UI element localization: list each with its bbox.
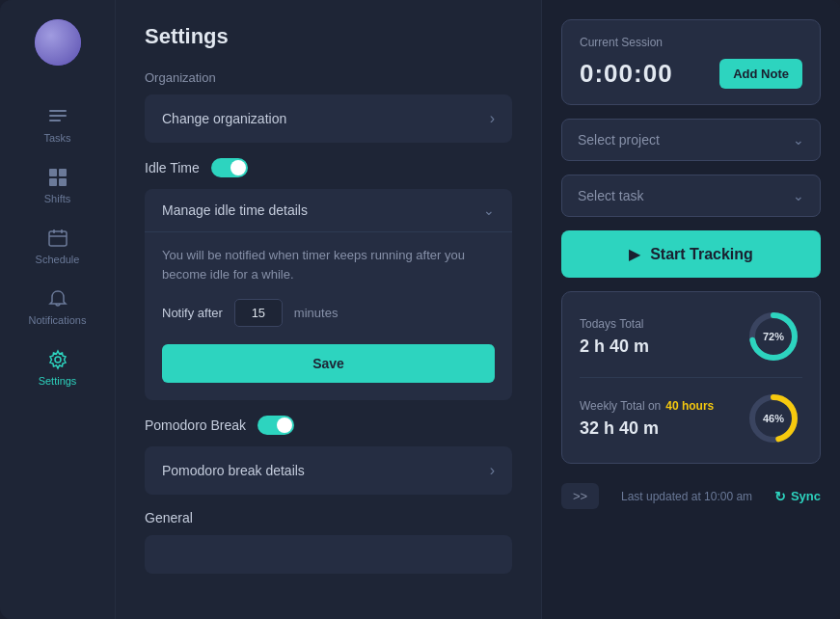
- sidebar: Tasks Shifts S: [0, 0, 116, 619]
- idle-time-header: Idle Time: [145, 158, 512, 177]
- select-task-text: Select task: [578, 188, 643, 203]
- pomodoro-details-button[interactable]: Pomodoro break details ›: [145, 446, 512, 495]
- notifications-label: Notifications: [29, 314, 87, 326]
- start-tracking-button[interactable]: ▶ Start Tracking: [561, 230, 821, 278]
- svg-rect-1: [49, 115, 67, 117]
- pomodoro-toggle[interactable]: [257, 416, 294, 435]
- tasks-icon: [47, 106, 68, 127]
- right-panel: Current Session 0:00:00 Add Note Select …: [541, 0, 840, 619]
- general-card: [145, 535, 512, 574]
- weekly-total-info: Weekly Total on 40 hours 32 h 40 m: [580, 399, 714, 439]
- idle-time-section: Idle Time Manage idle time details ⌄ You…: [145, 158, 512, 400]
- last-updated-text: Last updated at 10:00 am: [621, 490, 752, 503]
- idle-details-header[interactable]: Manage idle time details ⌄: [145, 189, 512, 231]
- save-button[interactable]: Save: [162, 344, 495, 383]
- select-project-dropdown[interactable]: Select project ⌄: [561, 119, 821, 161]
- svg-rect-3: [49, 169, 57, 176]
- notify-after-label: Notify after: [162, 306, 223, 320]
- start-tracking-label: Start Tracking: [650, 246, 753, 263]
- sidebar-item-tasks[interactable]: Tasks: [0, 94, 115, 155]
- pomodoro-section: Pomodoro Break Pomodoro break details ›: [145, 416, 512, 495]
- idle-details-label: Manage idle time details: [162, 202, 308, 218]
- svg-rect-4: [59, 169, 67, 176]
- sync-button[interactable]: ↻ Sync: [774, 489, 821, 504]
- task-chevron-icon: ⌄: [793, 188, 804, 203]
- chevron-down-icon: ⌄: [483, 202, 495, 218]
- schedule-icon: [47, 228, 68, 249]
- chevron-right-icon: ›: [490, 110, 495, 127]
- notifications-icon: [47, 288, 68, 310]
- pomodoro-label: Pomodoro Break: [145, 417, 246, 433]
- settings-label: Settings: [39, 375, 77, 387]
- idle-details-body: You will be notified when timer keeps ru…: [145, 231, 512, 400]
- weekly-percent-label: 46%: [763, 413, 784, 424]
- sidebar-item-notifications[interactable]: Notifications: [0, 277, 115, 337]
- add-note-button[interactable]: Add Note: [719, 59, 802, 89]
- weekly-total-label: Weekly Total on: [580, 399, 661, 413]
- svg-rect-5: [49, 178, 57, 186]
- stats-divider: [580, 377, 802, 378]
- idle-time-label: Idle Time: [145, 160, 200, 175]
- idle-details-card: Manage idle time details ⌄ You will be n…: [145, 189, 512, 400]
- svg-rect-2: [49, 120, 61, 121]
- session-card: Current Session 0:00:00 Add Note: [561, 19, 821, 105]
- session-label: Current Session: [580, 36, 802, 49]
- page-title: Settings: [145, 24, 512, 49]
- toggle-knob: [230, 160, 246, 175]
- todays-donut-chart: 72%: [745, 308, 802, 365]
- notify-row: Notify after minutes: [162, 299, 495, 327]
- tasks-label: Tasks: [43, 132, 70, 144]
- todays-total-value: 2 h 40 m: [580, 336, 649, 357]
- sync-label: Sync: [791, 489, 821, 503]
- select-task-dropdown[interactable]: Select task ⌄: [561, 175, 821, 217]
- change-organization-button[interactable]: Change organization ›: [145, 94, 512, 143]
- weekly-total-value: 32 h 40 m: [580, 418, 714, 439]
- general-label: General: [145, 510, 512, 525]
- weekly-hours-badge: 40 hours: [665, 399, 714, 413]
- change-org-text: Change organization: [162, 111, 286, 126]
- svg-rect-6: [59, 178, 67, 186]
- main-content: Settings Organization Change organizatio…: [116, 0, 840, 619]
- todays-percent-label: 72%: [763, 331, 784, 342]
- session-time: 0:00:00: [580, 59, 673, 89]
- idle-time-toggle[interactable]: [211, 158, 248, 177]
- svg-rect-0: [49, 110, 67, 112]
- avatar[interactable]: [35, 19, 81, 66]
- play-icon: ▶: [629, 245, 640, 263]
- stats-card: Todays Total 2 h 40 m 72%: [561, 291, 821, 464]
- settings-panel: Settings Organization Change organizatio…: [116, 0, 541, 619]
- weekly-donut-chart: 46%: [745, 390, 802, 447]
- shifts-icon: [47, 167, 68, 188]
- notify-minutes-label: minutes: [294, 306, 339, 320]
- svg-rect-8: [53, 229, 55, 233]
- sync-icon: ↻: [774, 489, 786, 504]
- sidebar-item-shifts[interactable]: Shifts: [0, 155, 115, 216]
- sidebar-item-schedule[interactable]: Schedule: [0, 216, 115, 277]
- shifts-label: Shifts: [44, 193, 71, 204]
- weekly-label-row: Weekly Total on 40 hours: [580, 399, 714, 413]
- schedule-label: Schedule: [36, 254, 80, 265]
- footer-row: >> Last updated at 10:00 am ↻ Sync: [561, 477, 821, 515]
- svg-rect-7: [49, 231, 67, 246]
- todays-total-info: Todays Total 2 h 40 m: [580, 317, 649, 357]
- svg-point-11: [55, 357, 61, 363]
- pomodoro-details-card: Pomodoro break details ›: [145, 446, 512, 495]
- weekly-total-row: Weekly Total on 40 hours 32 h 40 m 46%: [580, 390, 802, 447]
- svg-rect-9: [61, 229, 63, 233]
- pomodoro-toggle-knob: [277, 417, 292, 433]
- pomodoro-chevron-icon: ›: [490, 462, 495, 479]
- select-project-text: Select project: [578, 132, 660, 148]
- session-time-row: 0:00:00 Add Note: [580, 59, 802, 89]
- notify-minutes-input[interactable]: [234, 299, 283, 327]
- todays-total-label: Todays Total: [580, 317, 649, 331]
- prev-button[interactable]: >>: [561, 483, 599, 509]
- pomodoro-header: Pomodoro Break: [145, 416, 512, 435]
- todays-total-row: Todays Total 2 h 40 m 72%: [580, 308, 802, 365]
- settings-icon: [47, 349, 68, 370]
- pomodoro-details-label: Pomodoro break details: [162, 463, 305, 478]
- sidebar-item-settings[interactable]: Settings: [0, 337, 115, 398]
- organization-label: Organization: [145, 70, 512, 85]
- organization-card: Change organization ›: [145, 94, 512, 143]
- idle-description: You will be notified when timer keeps ru…: [162, 246, 495, 283]
- project-chevron-icon: ⌄: [793, 132, 804, 148]
